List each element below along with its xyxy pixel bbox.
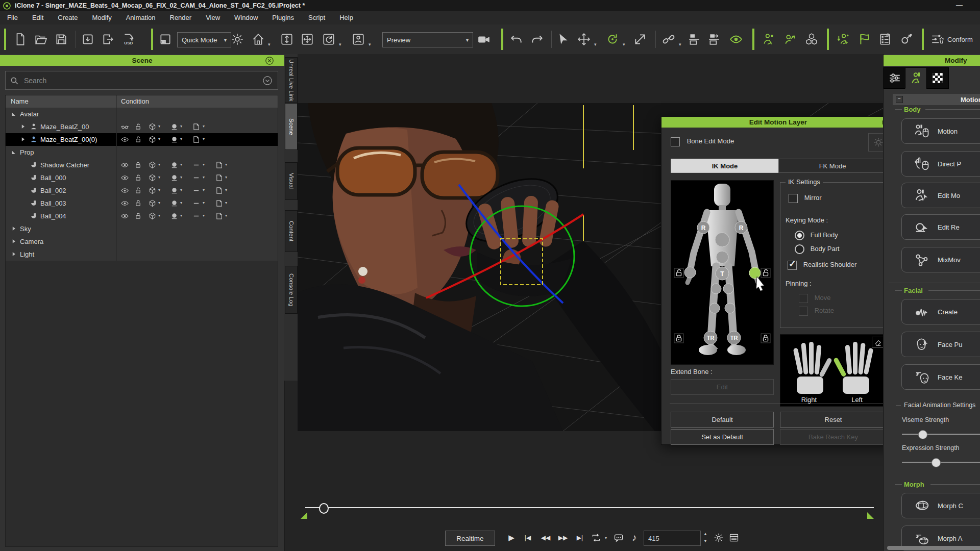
visible-eye-icon[interactable] [121, 161, 129, 169]
tab-ik-mode[interactable]: IK Mode [671, 159, 779, 173]
chevron-down-icon[interactable]: ▾ [225, 188, 227, 192]
expression-strength-slider[interactable] [902, 462, 980, 463]
chevron-down-icon[interactable]: ▾ [225, 201, 227, 205]
chevron-down-icon[interactable]: ▾ [203, 124, 205, 129]
command-list-button[interactable] [876, 30, 894, 48]
chevron-down-icon[interactable]: ▾ [203, 175, 205, 180]
tree-row-ball-000[interactable]: Ball_000 ▾ ▾ ▾ ▾ [6, 171, 278, 185]
prop-stack-button[interactable] [802, 30, 821, 48]
tree-row-ball-003[interactable]: Ball_003 ▾ ▾ ▾ ▾ [6, 197, 278, 210]
next-frame-button[interactable]: ▶▶ [555, 531, 571, 545]
scale-tool-button[interactable] [631, 30, 649, 48]
chevron-down-icon[interactable]: ▾ [158, 213, 160, 218]
texture-sphere-icon[interactable] [170, 199, 178, 207]
undo-button[interactable] [507, 30, 526, 48]
tree-row-maze-beatz-00-0-selected[interactable]: Maze_BeatZ_00(0) ▾ ▾ ▾ [6, 133, 278, 146]
expand-icon[interactable] [20, 136, 26, 142]
quick-mode-dropdown[interactable]: Quick Mode ▾ [177, 32, 231, 47]
tab-modify-avatar[interactable] [905, 67, 927, 89]
full-body-row[interactable]: Full Body [795, 231, 838, 240]
expand-icon[interactable] [11, 238, 17, 244]
chevron-down-icon[interactable]: ▾ [225, 175, 227, 180]
edit-reach-button[interactable]: Edit Re [901, 214, 980, 240]
menu-animation[interactable]: Animation [119, 11, 163, 24]
light-settings-button[interactable] [228, 30, 247, 48]
file-icon[interactable] [215, 161, 223, 169]
preview-dropdown[interactable]: Preview ▾ [382, 32, 473, 47]
realtime-button[interactable]: Realtime [445, 531, 495, 546]
tree-row-sky-group[interactable]: Sky [6, 222, 278, 236]
save-project-button[interactable] [52, 30, 70, 48]
lock-open-icon[interactable] [134, 123, 142, 131]
chevron-down-icon[interactable]: ▾ [203, 162, 205, 167]
animation-dash-icon[interactable] [192, 212, 200, 220]
rotate-tool-button[interactable] [603, 30, 622, 48]
texture-sphere-icon[interactable] [170, 174, 178, 182]
pin-move-checkbox[interactable] [799, 294, 808, 303]
chevron-down-icon[interactable]: ▾ [603, 531, 609, 545]
loop-button[interactable] [590, 531, 603, 545]
modify-panel-header[interactable]: Modify [884, 55, 980, 66]
body-part-row[interactable]: Body Part [795, 244, 840, 254]
import-button[interactable] [79, 30, 97, 48]
texture-sphere-icon[interactable] [170, 187, 178, 194]
tree-row-camera-group[interactable]: Camera [6, 235, 278, 248]
align-move-button[interactable] [705, 30, 724, 48]
menu-help[interactable]: Help [332, 11, 360, 24]
tab-fk-mode[interactable]: FK Mode [778, 159, 887, 173]
menu-file[interactable]: File [0, 11, 25, 24]
eraser-button[interactable] [872, 337, 884, 348]
previous-frame-button[interactable]: ◀◀ [537, 531, 554, 545]
chevron-down-icon[interactable]: ▾ [623, 42, 625, 47]
mixmoves-button[interactable]: MixMov [901, 247, 980, 272]
conform-label[interactable]: Conform [947, 36, 973, 43]
collapse-minus-icon[interactable]: − [896, 96, 903, 103]
visible-eye-icon[interactable] [121, 199, 129, 207]
lock-open-icon[interactable] [134, 187, 142, 194]
motion-key-button[interactable] [834, 30, 852, 48]
home-view-button[interactable] [249, 30, 267, 48]
flag-button[interactable] [855, 30, 874, 48]
timeline-start-marker[interactable] [301, 512, 307, 519]
tab-modify-material[interactable] [926, 67, 949, 89]
collapse-icon[interactable] [11, 149, 16, 155]
timeline-track[interactable] [305, 507, 874, 508]
motion-puppet-button[interactable]: Motion [901, 118, 980, 144]
animation-dash-icon[interactable] [192, 199, 200, 207]
edit-pose-button[interactable] [760, 30, 778, 48]
chevron-down-icon[interactable]: ▾ [180, 162, 182, 167]
column-name[interactable]: Name [11, 97, 29, 105]
chevron-down-icon[interactable]: ▾ [339, 42, 341, 47]
menu-create[interactable]: Create [51, 11, 85, 24]
tree-row-avatar-group[interactable]: Avatar [6, 108, 278, 121]
material-cube-icon[interactable] [149, 174, 156, 182]
timeline-playhead[interactable] [319, 503, 329, 514]
chevron-down-icon[interactable]: ▾ [203, 188, 205, 192]
viseme-slider-thumb[interactable] [918, 430, 927, 439]
new-project-button[interactable] [11, 30, 30, 48]
track-list-button[interactable] [727, 531, 741, 545]
set-as-default-button[interactable]: Set as Default [671, 429, 774, 445]
music-note-icon[interactable]: ♪ [628, 531, 641, 545]
transform-rotate-button[interactable] [320, 30, 338, 48]
expression-slider-thumb[interactable] [932, 458, 941, 467]
material-cube-icon[interactable] [149, 136, 156, 143]
chevron-down-icon[interactable]: ▾ [203, 201, 205, 205]
extend-bone-edit-button[interactable]: Edit [671, 379, 774, 395]
hand-diagrams[interactable] [793, 342, 874, 394]
mirror-checkbox[interactable] [789, 194, 798, 203]
texture-sphere-icon[interactable] [170, 123, 178, 131]
realistic-shoulder-checkbox[interactable] [788, 261, 797, 270]
menu-script[interactable]: Script [301, 11, 332, 24]
body-part-radio[interactable] [795, 244, 804, 254]
menu-render[interactable]: Render [163, 11, 199, 24]
visible-eye-icon[interactable] [121, 174, 129, 182]
play-button[interactable]: ▶ [505, 531, 518, 545]
tab-visual[interactable]: Visual [285, 162, 298, 200]
tab-unreal-live-link[interactable]: Unreal Live Link [285, 57, 298, 103]
filter-chevron-icon[interactable] [262, 76, 273, 86]
texture-sphere-icon[interactable] [170, 136, 178, 143]
chevron-down-icon[interactable]: ▾ [158, 137, 160, 141]
chevron-down-icon[interactable]: ▾ [158, 124, 160, 129]
texture-sphere-icon[interactable] [170, 161, 178, 169]
